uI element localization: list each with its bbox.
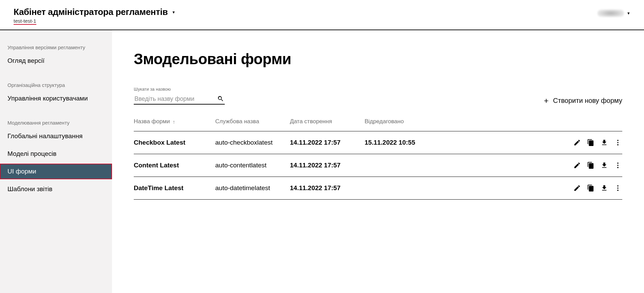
sidebar-item-uiforms[interactable]: UI форми xyxy=(0,164,112,179)
table-row: DateTime Latestauto-datetimelatest14.11.… xyxy=(134,177,622,200)
cell-created: 14.11.2022 17:57 xyxy=(290,162,365,169)
app-title: Кабінет адміністратора регламентів xyxy=(14,7,168,17)
top-bar: Кабінет адміністратора регламентів ▼ tes… xyxy=(0,0,644,30)
create-form-button[interactable]: Створити нову форму xyxy=(543,97,622,105)
col-header-name[interactable]: Назва форми ↑ xyxy=(134,118,215,125)
copy-icon[interactable] xyxy=(587,184,594,192)
cell-created: 14.11.2022 17:57 xyxy=(290,139,365,146)
plus-icon xyxy=(543,97,550,104)
edit-icon[interactable] xyxy=(573,184,581,192)
sidebar-item-overview[interactable]: Огляд версії xyxy=(0,53,112,69)
table-header-row: Назва форми ↑ Службова назва Дата створе… xyxy=(134,118,622,131)
cell-name: Checkbox Latest xyxy=(134,139,215,146)
chevron-down-icon[interactable]: ▼ xyxy=(627,11,630,15)
col-header-edited[interactable]: Відредаговано xyxy=(365,118,453,125)
sidebar-section-modeling: Моделювання регламенту xyxy=(0,116,112,126)
app-subtitle: test-test-1 xyxy=(14,18,36,25)
user-menu[interactable]: ▼ xyxy=(597,7,630,17)
edit-icon[interactable] xyxy=(573,162,581,169)
cell-actions xyxy=(453,162,622,169)
cell-svc: auto-checkboxlatest xyxy=(215,139,290,146)
cell-edited: 15.11.2022 10:55 xyxy=(365,139,453,146)
cell-actions xyxy=(453,184,622,192)
top-bar-left: Кабінет адміністратора регламентів ▼ tes… xyxy=(14,7,176,25)
forms-table: Назва форми ↑ Службова назва Дата створе… xyxy=(134,118,622,200)
more-icon[interactable] xyxy=(614,184,622,192)
chevron-down-icon[interactable]: ▼ xyxy=(172,10,176,14)
sidebar-item-templates[interactable]: Шаблони звітів xyxy=(0,181,112,197)
download-icon[interactable] xyxy=(601,139,608,146)
search-label: Шукати за назвою xyxy=(134,87,225,92)
sort-ascending-icon[interactable]: ↑ xyxy=(172,119,175,125)
sidebar-item-users[interactable]: Управління користувачами xyxy=(0,91,112,106)
table-row: Content Latestauto-contentlatest14.11.20… xyxy=(134,154,622,177)
col-header-actions xyxy=(453,118,622,125)
create-form-label: Створити нову форму xyxy=(553,97,622,105)
cell-created: 14.11.2022 17:57 xyxy=(290,184,365,192)
col-header-name-label: Назва форми xyxy=(134,118,170,125)
sidebar-section-org: Організаційна структура xyxy=(0,79,112,89)
sidebar-item-processes[interactable]: Моделі процесів xyxy=(0,146,112,162)
app-title-row[interactable]: Кабінет адміністратора регламентів ▼ xyxy=(14,7,176,17)
sidebar-item-global[interactable]: Глобальні налаштування xyxy=(0,128,112,144)
sidebar: Управління версіями регламенту Огляд вер… xyxy=(0,30,112,293)
table-row: Checkbox Latestauto-checkboxlatest14.11.… xyxy=(134,131,622,154)
search-input[interactable] xyxy=(134,95,213,103)
cell-name: Content Latest xyxy=(134,162,215,169)
col-header-svc[interactable]: Службова назва xyxy=(215,118,290,125)
more-icon[interactable] xyxy=(614,162,622,169)
cell-name: DateTime Latest xyxy=(134,184,215,192)
search-input-row[interactable] xyxy=(134,94,225,105)
copy-icon[interactable] xyxy=(587,139,594,146)
search-icon[interactable] xyxy=(217,95,224,103)
cell-actions xyxy=(453,139,622,146)
cell-svc: auto-datetimelatest xyxy=(215,184,290,192)
edit-icon[interactable] xyxy=(573,139,581,146)
search-block: Шукати за назвою xyxy=(134,87,225,105)
col-header-created[interactable]: Дата створення xyxy=(290,118,365,125)
copy-icon[interactable] xyxy=(587,162,594,169)
cell-svc: auto-contentlatest xyxy=(215,162,290,169)
user-name-blurred xyxy=(597,10,624,17)
download-icon[interactable] xyxy=(601,162,608,169)
more-icon[interactable] xyxy=(614,139,622,146)
page-title: Змодельовані форми xyxy=(134,51,622,68)
toolbar: Шукати за назвою Створити нову форму xyxy=(134,87,622,105)
main-content: Змодельовані форми Шукати за назвою Ство… xyxy=(112,30,644,293)
download-icon[interactable] xyxy=(601,184,608,192)
sidebar-section-versions: Управління версіями регламенту xyxy=(0,41,112,51)
